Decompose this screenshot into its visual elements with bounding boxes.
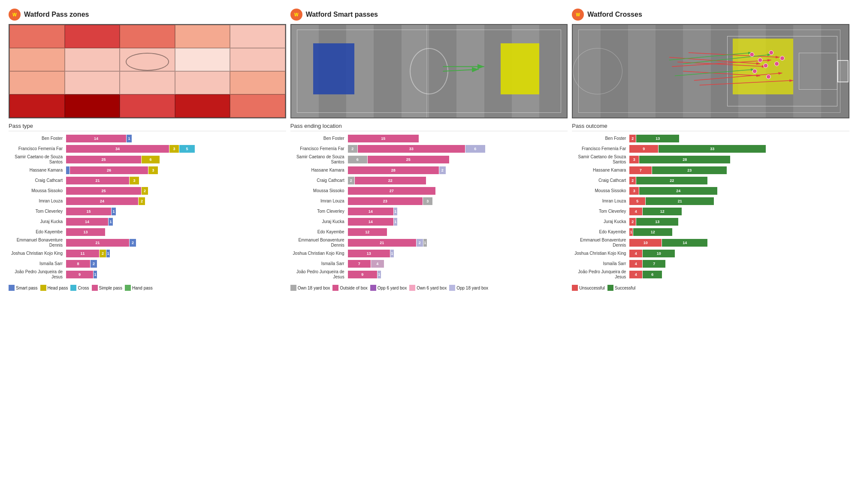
watford-logo-3: W bbox=[572, 9, 584, 21]
bar: 15 bbox=[66, 208, 111, 215]
bar-group: 9 33 bbox=[629, 145, 849, 153]
legend-item-outside: Outside of box bbox=[332, 285, 367, 291]
bar: 4 bbox=[371, 260, 384, 268]
bar: 7 bbox=[348, 260, 371, 268]
smart-arrows bbox=[291, 25, 567, 118]
bar: 13 bbox=[636, 135, 679, 142]
player-name: João Pedro Junqueira de Jesus bbox=[9, 269, 64, 280]
legend-label-opp6: Opp 6 yard box bbox=[378, 286, 407, 290]
bar: 6 bbox=[643, 271, 662, 278]
bar: 3 bbox=[423, 197, 432, 205]
table-row: Moussa Sissoko 3 24 bbox=[572, 186, 849, 196]
legend-label-hand: Hand pass bbox=[132, 286, 153, 290]
player-name: Ben Foster bbox=[290, 136, 346, 141]
bar-group: 4 12 bbox=[629, 208, 849, 215]
player-name: Tom Cleverley bbox=[572, 209, 628, 214]
player-name: Tom Cleverley bbox=[9, 209, 64, 214]
bar-group: 23 3 bbox=[348, 197, 568, 205]
table-row: Francisco Femenía Far 9 33 bbox=[572, 144, 849, 154]
player-name: Ben Foster bbox=[9, 136, 64, 141]
player-name: João Pedro Junqueira de Jesus bbox=[290, 269, 346, 280]
legend-color-opp18 bbox=[449, 285, 455, 291]
table-row: Tom Cleverley 15 1 bbox=[9, 207, 286, 216]
hm-r3c1 bbox=[9, 71, 65, 94]
bar: 4 bbox=[629, 260, 642, 268]
table-row: Edo Kayembe 13 bbox=[9, 227, 286, 237]
svg-point-18 bbox=[753, 69, 757, 73]
bar: 14 bbox=[66, 218, 108, 226]
smart-passes-title-text: Watford Smart passes bbox=[306, 11, 378, 18]
table-row: Juraj Kucka 14 1 bbox=[290, 217, 568, 226]
bar: 14 bbox=[348, 218, 393, 226]
table-row: Francisco Femenía Far 2 33 6 bbox=[290, 144, 568, 154]
bar-group: 13 bbox=[66, 228, 286, 236]
bar: 13 bbox=[636, 218, 678, 226]
bar: 1 bbox=[112, 208, 116, 215]
hm-r3c3 bbox=[120, 71, 175, 94]
bar: 1 bbox=[378, 271, 381, 278]
legend-item-head: Head pass bbox=[40, 285, 68, 291]
table-row: Ismaïla Sarr 4 7 bbox=[572, 259, 849, 269]
bar-group: 6 25 bbox=[348, 156, 568, 163]
bar-group: 5 21 bbox=[629, 197, 849, 205]
bar: 25 bbox=[66, 187, 141, 195]
legend-item-opp6: Opp 6 yard box bbox=[370, 285, 407, 291]
pass-ending-legend: Own 18 yard box Outside of box Opp 6 yar… bbox=[290, 285, 568, 291]
bar: 9 bbox=[66, 271, 93, 278]
table-row: Juraj Kucka 2 13 bbox=[572, 217, 849, 226]
player-name: Craig Cathcart bbox=[290, 178, 346, 183]
bar: 26 bbox=[70, 166, 148, 174]
bar-group: 2 22 bbox=[629, 177, 849, 184]
table-row: Edo Kayembe 12 bbox=[290, 227, 568, 237]
bar: 11 bbox=[66, 250, 99, 257]
bar: 21 bbox=[348, 239, 416, 247]
bar: 12 bbox=[643, 208, 682, 215]
legend-item-successful: Successful bbox=[607, 285, 635, 291]
pass-type-label: Pass type bbox=[9, 123, 286, 131]
bar: 2 bbox=[629, 135, 636, 142]
bar: 1 bbox=[109, 218, 113, 226]
bar: 7 bbox=[629, 166, 652, 174]
player-name: Hassane Kamara bbox=[9, 168, 64, 173]
bar: 2 bbox=[629, 177, 636, 184]
svg-point-15 bbox=[750, 52, 754, 57]
table-row: Hassane Kamara 7 23 bbox=[572, 166, 849, 175]
table-row: Emmanuel Bonaventure Dennis 10 14 bbox=[572, 238, 849, 248]
hm-r2c2 bbox=[65, 48, 120, 71]
bar: 23 bbox=[652, 166, 727, 174]
bar: 14 bbox=[348, 208, 393, 215]
bar: 6 bbox=[348, 156, 367, 163]
bar: 2 bbox=[130, 239, 136, 247]
player-name: Francisco Femenía Far bbox=[572, 146, 628, 151]
bar-group: 25 2 bbox=[66, 187, 286, 195]
bar-group: 3 28 bbox=[629, 156, 849, 163]
svg-point-20 bbox=[775, 62, 779, 66]
bar-group: 34 3 5 bbox=[66, 145, 286, 153]
bar-group: 24 2 bbox=[66, 197, 286, 205]
crosses-arrows-svg bbox=[573, 25, 849, 118]
table-row: João Pedro Junqueira de Jesus 9 1 bbox=[9, 269, 286, 280]
table-row: Hassane Kamara 26 3 bbox=[9, 166, 286, 175]
bar-group: 21 2 1 bbox=[348, 239, 568, 247]
table-row: Samir Caetano de Souza Santos 25 6 bbox=[9, 154, 286, 165]
bar: 22 bbox=[636, 177, 707, 184]
player-name: Imran Louza bbox=[290, 199, 346, 204]
legend-label-unsuccessful: Unsuccessful bbox=[579, 286, 604, 290]
table-row: Joshua Christian Kojo King 4 10 bbox=[572, 249, 849, 258]
svg-point-21 bbox=[767, 75, 771, 79]
bar-group: 4 7 bbox=[629, 260, 849, 268]
bar: 12 bbox=[633, 228, 672, 236]
legend-color-successful bbox=[607, 285, 613, 291]
bar: 21 bbox=[66, 177, 129, 184]
bar-group: 7 4 bbox=[348, 260, 568, 268]
bar: 2 bbox=[348, 177, 354, 184]
svg-point-22 bbox=[780, 56, 785, 60]
bar: 34 bbox=[66, 145, 169, 153]
bar: 3 bbox=[629, 187, 639, 195]
hm-r2c3 bbox=[120, 48, 175, 71]
bar: 1 bbox=[106, 250, 110, 257]
table-row: Ben Foster 2 13 bbox=[572, 134, 849, 143]
player-name: Hassane Kamara bbox=[572, 168, 628, 173]
bar: 21 bbox=[66, 239, 129, 247]
bar: 6 bbox=[465, 145, 485, 153]
